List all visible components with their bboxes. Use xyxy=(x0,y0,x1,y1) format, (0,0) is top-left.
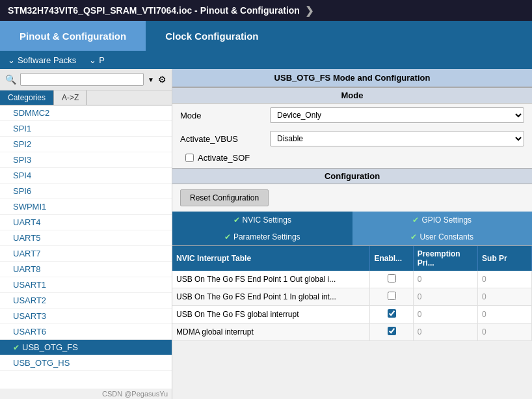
title-bar: STM32H743VIT6_QSPI_SRAM_VTI7064.ioc - Pi… xyxy=(0,0,532,21)
search-dropdown-icon[interactable]: ▼ xyxy=(148,76,154,83)
interrupt-name: USB On The Go FS global interrupt xyxy=(172,306,370,323)
parameter-check-icon: ✔ xyxy=(224,232,231,241)
config-section-header: Configuration xyxy=(172,168,532,184)
sub-priority-cell: 0 xyxy=(478,323,532,341)
config-tab-user-constants[interactable]: ✔ User Constants xyxy=(352,228,533,245)
gear-icon[interactable]: ⚙ xyxy=(158,74,166,85)
preemption-cell: 0 xyxy=(413,306,477,323)
interrupt-table: NVIC Interrupt Table Enabl... Preemption… xyxy=(172,246,532,341)
tab-pinout[interactable]: Pinout & Configuration xyxy=(0,21,146,51)
config-section: Configuration Reset Configuration ✔ NVIC… xyxy=(172,168,532,399)
activate-sof-label: Activate_SOF xyxy=(198,153,250,163)
cat-tab-categories[interactable]: Categories xyxy=(0,90,54,105)
sidebar-item-spi6[interactable]: SPI6 xyxy=(0,184,172,199)
title-text: STM32H743VIT6_QSPI_SRAM_VTI7064.ioc - Pi… xyxy=(8,5,300,16)
sidebar-item-sdmmc2[interactable]: SDMMC2 xyxy=(0,105,172,121)
sidebar-item-spi3[interactable]: SPI3 xyxy=(0,152,172,168)
table-row: USB On The Go FS End Point 1 Out global … xyxy=(172,271,532,288)
mode-section: Mode Mode Device_Only Activate_VBUS Disa… xyxy=(172,87,532,168)
config-tab-gpio[interactable]: ✔ GPIO Settings xyxy=(352,212,533,228)
enabled-cell[interactable] xyxy=(370,323,413,341)
usb-header: USB_OTG_FS Mode and Configuration xyxy=(172,69,532,87)
sidebar-item-uart8[interactable]: UART8 xyxy=(0,262,172,277)
enabled-cell[interactable] xyxy=(370,271,413,288)
tab-clock[interactable]: Clock Configuration xyxy=(146,21,278,51)
enabled-cell[interactable] xyxy=(370,306,413,323)
mode-label: Mode xyxy=(180,111,265,120)
enabled-cell[interactable] xyxy=(370,288,413,306)
table-row: USB On The Go FS End Point 1 In global i… xyxy=(172,288,532,306)
p-label: P xyxy=(99,55,105,65)
main-area: 🔍 ▼ ⚙ Categories A->Z SDMMC2 SPI1 SPI2 S… xyxy=(0,69,532,399)
selected-check-icon: ✔ xyxy=(13,343,20,352)
sidebar-item-spi4[interactable]: SPI4 xyxy=(0,168,172,184)
reset-config-button[interactable]: Reset Configuration xyxy=(180,189,269,206)
sidebar-item-usart3[interactable]: USART3 xyxy=(0,309,172,324)
sidebar-item-usb-otg-hs[interactable]: USB_OTG_HS xyxy=(0,355,172,371)
title-chevron: ❯ xyxy=(305,5,313,17)
packs-arrow: ⌄ xyxy=(8,55,15,65)
config-tab-nvic[interactable]: ✔ NVIC Settings xyxy=(172,212,352,228)
search-bar: 🔍 ▼ ⚙ xyxy=(0,69,172,90)
p-arrow: ⌄ xyxy=(89,55,96,65)
table-row: MDMA global interrupt00 xyxy=(172,323,532,341)
sidebar-item-spi2[interactable]: SPI2 xyxy=(0,137,172,152)
interrupt-name: USB On The Go FS End Point 1 Out global … xyxy=(172,271,370,288)
interrupt-name: MDMA global interrupt xyxy=(172,323,370,341)
sidebar-item-usart2[interactable]: USART2 xyxy=(0,293,172,309)
user-constants-check-icon: ✔ xyxy=(410,232,417,241)
activate-vbus-row: Activate_VBUS Disable xyxy=(172,127,532,150)
sidebar: 🔍 ▼ ⚙ Categories A->Z SDMMC2 SPI1 SPI2 S… xyxy=(0,69,172,399)
tab-right-fill xyxy=(278,21,532,51)
search-input[interactable] xyxy=(20,73,144,86)
nvic-check-icon: ✔ xyxy=(233,215,240,225)
sidebar-item-uart5[interactable]: UART5 xyxy=(0,230,172,246)
sidebar-item-spi1[interactable]: SPI1 xyxy=(0,121,172,137)
interrupt-name: USB On The Go FS End Point 1 In global i… xyxy=(172,288,370,306)
sidebar-item-swpmi1[interactable]: SWPMI1 xyxy=(0,199,172,215)
sidebar-list: SDMMC2 SPI1 SPI2 SPI3 SPI4 SPI6 SWPMI1 U… xyxy=(0,105,172,389)
enabled-checkbox[interactable] xyxy=(388,292,396,300)
search-icon[interactable]: 🔍 xyxy=(5,74,16,85)
sidebar-item-uart7[interactable]: UART7 xyxy=(0,246,172,262)
gpio-check-icon: ✔ xyxy=(412,215,419,225)
config-tabs: ✔ NVIC Settings ✔ GPIO Settings ✔ Parame… xyxy=(172,212,532,246)
p-packs-item[interactable]: ⌄ P xyxy=(89,55,105,65)
th-nvic-name: NVIC Interrupt Table xyxy=(172,246,370,271)
preemption-cell: 0 xyxy=(413,271,477,288)
mode-select[interactable]: Device_Only xyxy=(270,107,524,123)
config-tab-parameter[interactable]: ✔ Parameter Settings xyxy=(172,228,352,245)
content-area: USB_OTG_FS Mode and Configuration Mode M… xyxy=(172,69,532,399)
activate-vbus-label: Activate_VBUS xyxy=(180,134,265,144)
mode-section-header: Mode xyxy=(172,87,532,103)
table-body: USB On The Go FS End Point 1 Out global … xyxy=(172,271,532,341)
software-packs-item[interactable]: ⌄ Software Packs xyxy=(8,55,76,65)
preemption-cell: 0 xyxy=(413,323,477,341)
th-enabled: Enabl... xyxy=(370,246,413,271)
sub-priority-cell: 0 xyxy=(478,271,532,288)
packs-bar: ⌄ Software Packs ⌄ P xyxy=(0,51,532,69)
category-tabs: Categories A->Z xyxy=(0,90,172,105)
enabled-checkbox[interactable] xyxy=(388,327,396,335)
reset-btn-row: Reset Configuration xyxy=(172,184,532,212)
preemption-cell: 0 xyxy=(413,288,477,306)
watermark: CSDN @PegasusYu xyxy=(0,389,172,399)
enabled-checkbox[interactable] xyxy=(388,274,396,282)
sidebar-item-usart6[interactable]: USART6 xyxy=(0,324,172,340)
sidebar-item-uart4[interactable]: UART4 xyxy=(0,215,172,230)
enabled-checkbox[interactable] xyxy=(388,309,396,318)
table-row: USB On The Go FS global interrupt00 xyxy=(172,306,532,323)
mode-row: Mode Device_Only xyxy=(172,103,532,127)
activate-sof-row: Activate_SOF xyxy=(172,150,532,168)
sidebar-item-usart1[interactable]: USART1 xyxy=(0,277,172,293)
activate-sof-checkbox[interactable] xyxy=(185,154,194,162)
th-sub: Sub Pr xyxy=(478,246,532,271)
activate-vbus-select[interactable]: Disable xyxy=(270,131,524,146)
cat-tab-az[interactable]: A->Z xyxy=(54,90,87,105)
packs-label: Software Packs xyxy=(18,55,76,65)
sub-priority-cell: 0 xyxy=(478,288,532,306)
interrupt-table-container: NVIC Interrupt Table Enabl... Preemption… xyxy=(172,246,532,399)
sidebar-item-usb-otg-fs[interactable]: ✔ USB_OTG_FS xyxy=(0,340,172,355)
th-preemption: Preemption Pri... xyxy=(413,246,477,271)
sub-priority-cell: 0 xyxy=(478,306,532,323)
